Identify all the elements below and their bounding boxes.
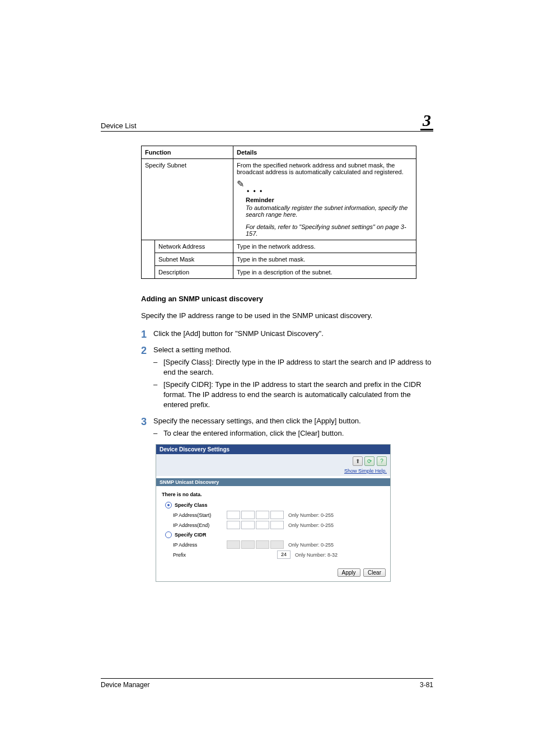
cell-description-label: Description	[155, 266, 233, 279]
step-2-number: 2	[141, 346, 153, 410]
specify-class-radio-row[interactable]: Specify Class	[165, 502, 385, 508]
step-1: 1 Click the [Add] button for "SNMP Unica…	[141, 329, 433, 339]
show-simple-help-link[interactable]: Show Simple Help.	[160, 468, 387, 474]
ip-address-row: IP Address Only Number: 0-255	[173, 540, 385, 549]
cell-subnet-mask-desc: Type in the subnet mask.	[233, 253, 416, 266]
prefix-input[interactable]: 24	[277, 550, 291, 559]
prefix-hint: Only Number: 8-32	[295, 552, 338, 558]
specify-cidr-label: Specify CIDR	[175, 532, 207, 538]
table-row-subnet-mask: Subnet Mask Type in the subnet mask.	[142, 253, 416, 266]
prefix-label: Prefix	[173, 552, 227, 558]
table-row-description: Description Type in a description of the…	[142, 266, 416, 279]
clear-button[interactable]: Clear	[363, 568, 386, 577]
help-icon[interactable]: ?	[377, 456, 387, 466]
cell-network-address-desc: Type in the network address.	[233, 240, 416, 253]
step-2: 2 Select a setting method. – [Specify Cl…	[141, 345, 433, 410]
ip-address-input[interactable]	[227, 540, 284, 549]
ip-end-label: IP Address(End)	[173, 522, 227, 528]
cell-specify-subnet-label: Specify Subnet	[142, 159, 233, 240]
step-3-text: Specify the necessary settings, and then…	[153, 416, 433, 426]
dash-icon: –	[153, 357, 163, 377]
step-3-sub-1: – To clear the entered information, clic…	[153, 428, 433, 438]
header-chapter-number: 3	[420, 112, 433, 130]
specify-subnet-desc: From the specified network address and s…	[237, 162, 404, 175]
reminder-dots: • • •	[247, 188, 413, 195]
cell-specify-subnet-details: From the specified network address and s…	[233, 159, 416, 240]
ip-start-row: IP Address(Start) Only Number: 0-255	[173, 511, 385, 519]
screenshot-buttons: Apply Clear	[156, 565, 390, 581]
footer-right: 3-81	[420, 681, 433, 689]
prefix-row: Prefix 24 Only Number: 8-32	[173, 550, 385, 559]
ip-end-row: IP Address(End) Only Number: 0-255	[173, 521, 385, 529]
no-data-text: There is no data.	[162, 492, 385, 497]
dash-icon: –	[153, 380, 163, 410]
step-1-number: 1	[141, 329, 153, 339]
step-1-text: Click the [Add] button for "SNMP Unicast…	[153, 329, 433, 339]
up-icon[interactable]: ⬆	[353, 456, 363, 466]
screenshot-toolbar: ⬆ ⟳ ? Show Simple Help.	[156, 454, 390, 476]
ip-start-hint: Only Number: 0-255	[288, 512, 334, 518]
radio-specify-cidr[interactable]	[165, 531, 172, 538]
ip-address-label: IP Address	[173, 542, 227, 548]
page-header: Device List 3	[101, 112, 433, 132]
refresh-icon[interactable]: ⟳	[364, 456, 374, 466]
dash-icon: –	[153, 428, 163, 438]
screenshot-body: There is no data. Specify Class IP Addre…	[156, 486, 390, 565]
function-table: Function Details Specify Subnet From the…	[141, 146, 416, 279]
reminder-title: Reminder	[246, 197, 413, 203]
table-header-row: Function Details	[142, 146, 416, 159]
ip-end-input[interactable]	[227, 521, 284, 529]
content-area: Function Details Specify Subnet From the…	[101, 146, 433, 582]
step-2-sub-2: – [Specify CIDR]: Type in the IP address…	[153, 380, 433, 410]
screenshot-panel: Device Discovery Settings ⬆ ⟳ ? Show Sim…	[156, 444, 391, 582]
cell-network-address-label: Network Address	[155, 240, 233, 253]
step-2-sub-2-text: [Specify CIDR]: Type in the IP address t…	[163, 380, 433, 410]
footer-left: Device Manager	[101, 681, 149, 689]
ip-end-hint: Only Number: 0-255	[288, 522, 334, 528]
th-function: Function	[142, 146, 233, 159]
cell-description-desc: Type in a description of the subnet.	[233, 266, 416, 279]
th-details: Details	[233, 146, 416, 159]
reminder-block: Reminder To automatically register the s…	[246, 197, 413, 218]
ip-start-input[interactable]	[227, 511, 284, 519]
table-row-specify-subnet: Specify Subnet From the specified networ…	[142, 159, 416, 240]
ip-start-label: IP Address(Start)	[173, 512, 227, 518]
specify-cidr-radio-row[interactable]: Specify CIDR	[165, 531, 385, 538]
ip-address-hint: Only Number: 0-255	[288, 542, 334, 548]
intro-text: Specify the IP address range to be used …	[141, 311, 433, 321]
step-2-text: Select a setting method.	[153, 345, 433, 355]
step-3-number: 3	[141, 417, 153, 438]
screenshot-tab-header: SNMP Unicast Discovery	[156, 478, 390, 486]
step-2-sub-1-text: [Specify Class]: Directly type in the IP…	[163, 357, 433, 377]
step-3: 3 Specify the necessary settings, and th…	[141, 416, 433, 438]
specify-class-label: Specify Class	[175, 502, 208, 508]
cell-subnet-mask-label: Subnet Mask	[155, 253, 233, 266]
header-section: Device List	[101, 122, 137, 130]
table-row-network-address: Network Address Type in the network addr…	[142, 240, 416, 253]
step-2-sub-1: – [Specify Class]: Directly type in the …	[153, 357, 433, 377]
reminder-reference: For details, refer to "Specifying subnet…	[246, 223, 413, 237]
page-footer: Device Manager 3-81	[101, 678, 433, 689]
section-heading: Adding an SNMP unicast discovery	[141, 295, 433, 303]
apply-button[interactable]: Apply	[338, 568, 360, 577]
step-3-sub-1-text: To clear the entered information, click …	[163, 428, 433, 438]
radio-specify-class[interactable]	[165, 502, 172, 508]
screenshot-title-bar: Device Discovery Settings	[156, 445, 390, 454]
reminder-body: To automatically register the subnet inf…	[246, 204, 413, 218]
